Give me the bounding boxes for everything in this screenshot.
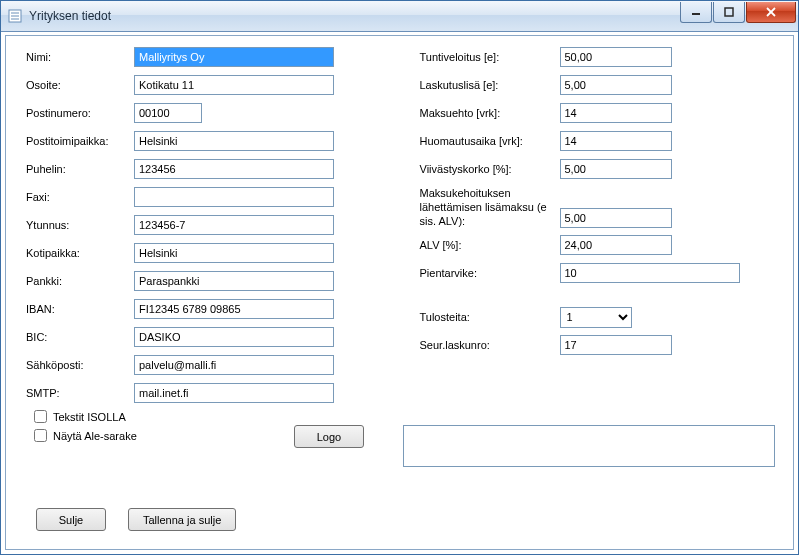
ytunnus-input[interactable] — [134, 215, 334, 235]
window-title: Yrityksen tiedot — [29, 9, 679, 23]
sulje-button[interactable]: Sulje — [36, 508, 106, 531]
company-info-window: Yrityksen tiedot Nimi: Osoite: — [0, 0, 799, 555]
nimi-label: Nimi: — [26, 50, 134, 64]
alv-label: ALV [%]: — [420, 238, 560, 252]
puhelin-input[interactable] — [134, 159, 334, 179]
huomautusaika-label: Huomautusaika [vrk]: — [420, 134, 560, 148]
smtp-label: SMTP: — [26, 386, 134, 400]
nayta-ale-label: Näytä Ale-sarake — [53, 430, 137, 442]
maximize-button[interactable] — [713, 2, 745, 23]
kotipaikka-input[interactable] — [134, 243, 334, 263]
tuntiveloitus-input[interactable] — [560, 47, 672, 67]
close-button[interactable] — [746, 2, 796, 23]
puhelin-label: Puhelin: — [26, 162, 134, 176]
postitoimipaikka-input[interactable] — [134, 131, 334, 151]
laskutuslisa-input[interactable] — [560, 75, 672, 95]
app-icon — [7, 8, 23, 24]
seur-laskunro-input[interactable] — [560, 335, 672, 355]
smtp-input[interactable] — [134, 383, 334, 403]
iban-input[interactable] — [134, 299, 334, 319]
bic-label: BIC: — [26, 330, 134, 344]
tulosteita-label: Tulosteita: — [420, 310, 560, 324]
tekstit-isolla-checkbox[interactable] — [34, 410, 47, 423]
maksuehto-input[interactable] — [560, 103, 672, 123]
postinumero-label: Postinumero: — [26, 106, 134, 120]
faxi-input[interactable] — [134, 187, 334, 207]
faxi-label: Faxi: — [26, 190, 134, 204]
nayta-ale-checkbox[interactable] — [34, 429, 47, 442]
ytunnus-label: Ytunnus: — [26, 218, 134, 232]
maksuehto-label: Maksuehto [vrk]: — [420, 106, 560, 120]
viivastyskorko-label: Viivästyskorko [%]: — [420, 162, 560, 176]
tulosteita-select[interactable]: 1 — [560, 307, 632, 328]
pientarvike-label: Pientarvike: — [420, 266, 560, 280]
osoite-label: Osoite: — [26, 78, 134, 92]
left-column: Nimi: Osoite: Postinumero: Postitoimipai… — [26, 46, 380, 448]
kotipaikka-label: Kotipaikka: — [26, 246, 134, 260]
postinumero-input[interactable] — [134, 103, 202, 123]
maksukehoitus-input[interactable] — [560, 208, 672, 228]
window-buttons — [679, 2, 798, 22]
pientarvike-input[interactable] — [560, 263, 740, 283]
tekstit-isolla-label: Tekstit ISOLLA — [53, 411, 126, 423]
content-panel: Nimi: Osoite: Postinumero: Postitoimipai… — [5, 35, 794, 550]
titlebar: Yrityksen tiedot — [1, 1, 798, 32]
sahkoposti-input[interactable] — [134, 355, 334, 375]
postitoimipaikka-label: Postitoimipaikka: — [26, 134, 134, 148]
bic-input[interactable] — [134, 327, 334, 347]
iban-label: IBAN: — [26, 302, 134, 316]
viivastyskorko-input[interactable] — [560, 159, 672, 179]
right-column: Tuntiveloitus [e]: Laskutuslisä [e]: Mak… — [420, 46, 774, 448]
seur-laskunro-label: Seur.laskunro: — [420, 338, 560, 352]
pankki-label: Pankki: — [26, 274, 134, 288]
logo-button[interactable]: Logo — [294, 425, 364, 448]
maksukehoitus-label: Maksukehoituksen lähettämisen lisämaksu … — [420, 186, 560, 228]
tuntiveloitus-label: Tuntiveloitus [e]: — [420, 50, 560, 64]
laskutuslisa-label: Laskutuslisä [e]: — [420, 78, 560, 92]
pankki-input[interactable] — [134, 271, 334, 291]
svg-rect-5 — [725, 8, 733, 16]
huomautusaika-input[interactable] — [560, 131, 672, 151]
alv-input[interactable] — [560, 235, 672, 255]
notes-textarea[interactable] — [403, 425, 775, 467]
minimize-button[interactable] — [680, 2, 712, 23]
osoite-input[interactable] — [134, 75, 334, 95]
sahkoposti-label: Sähköposti: — [26, 358, 134, 372]
tallenna-ja-sulje-button[interactable]: Tallenna ja sulje — [128, 508, 236, 531]
nimi-input[interactable] — [134, 47, 334, 67]
